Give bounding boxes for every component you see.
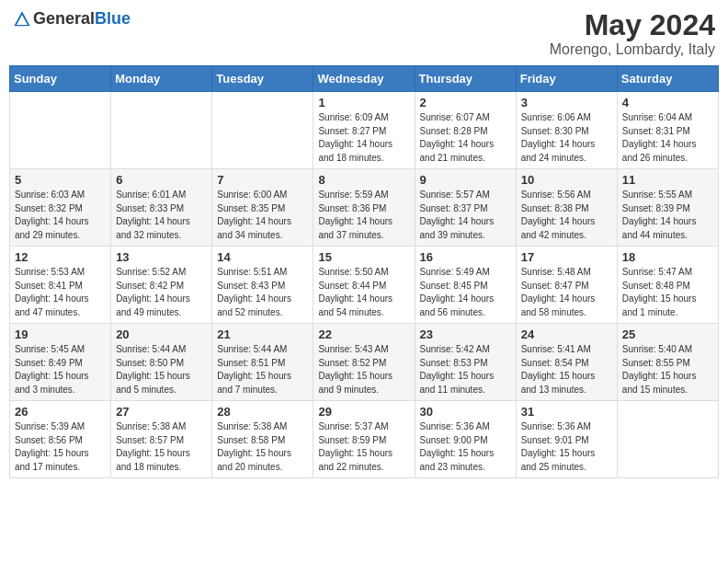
day-number: 16 [420, 250, 511, 264]
day-info: Sunrise: 5:53 AM Sunset: 8:41 PM Dayligh… [15, 266, 106, 319]
calendar-cell [10, 92, 111, 169]
day-info: Sunrise: 6:03 AM Sunset: 8:32 PM Dayligh… [15, 189, 106, 242]
month-title: May 2024 [550, 9, 715, 41]
calendar-cell: 24Sunrise: 5:41 AM Sunset: 8:54 PM Dayli… [516, 324, 617, 401]
day-info: Sunrise: 5:40 AM Sunset: 8:55 PM Dayligh… [622, 343, 713, 396]
day-info: Sunrise: 6:06 AM Sunset: 8:30 PM Dayligh… [521, 111, 612, 165]
day-number: 18 [622, 250, 713, 264]
calendar-cell: 1Sunrise: 6:09 AM Sunset: 8:27 PM Daylig… [313, 92, 415, 169]
day-info: Sunrise: 5:48 AM Sunset: 8:47 PM Dayligh… [521, 266, 612, 319]
day-number: 9 [420, 173, 511, 187]
day-info: Sunrise: 6:04 AM Sunset: 8:31 PM Dayligh… [622, 111, 713, 165]
calendar-cell: 20Sunrise: 5:44 AM Sunset: 8:50 PM Dayli… [111, 324, 212, 401]
day-number: 4 [622, 96, 713, 109]
day-number: 14 [217, 250, 308, 264]
calendar-cell: 23Sunrise: 5:42 AM Sunset: 8:53 PM Dayli… [415, 324, 516, 401]
calendar-cell: 3Sunrise: 6:06 AM Sunset: 8:30 PM Daylig… [516, 92, 617, 169]
day-number: 27 [116, 405, 207, 419]
day-number: 22 [318, 327, 409, 341]
calendar-cell [212, 92, 313, 169]
calendar-cell: 5Sunrise: 6:03 AM Sunset: 8:32 PM Daylig… [10, 169, 111, 247]
calendar-cell: 30Sunrise: 5:36 AM Sunset: 9:00 PM Dayli… [415, 401, 516, 478]
day-number: 8 [318, 173, 409, 187]
day-info: Sunrise: 5:55 AM Sunset: 8:39 PM Dayligh… [622, 189, 713, 242]
day-number: 28 [217, 405, 308, 419]
day-info: Sunrise: 5:38 AM Sunset: 8:57 PM Dayligh… [116, 420, 207, 474]
day-number: 6 [116, 173, 207, 187]
calendar-cell: 7Sunrise: 6:00 AM Sunset: 8:35 PM Daylig… [212, 169, 313, 247]
calendar-cell: 2Sunrise: 6:07 AM Sunset: 8:28 PM Daylig… [415, 92, 516, 169]
day-number: 13 [116, 250, 207, 264]
day-info: Sunrise: 5:45 AM Sunset: 8:49 PM Dayligh… [15, 343, 106, 396]
day-info: Sunrise: 5:47 AM Sunset: 8:48 PM Dayligh… [622, 266, 713, 319]
day-header-tuesday: Tuesday [212, 66, 313, 92]
day-number: 30 [420, 405, 511, 419]
day-info: Sunrise: 5:41 AM Sunset: 8:54 PM Dayligh… [521, 343, 612, 396]
day-info: Sunrise: 5:42 AM Sunset: 8:53 PM Dayligh… [420, 343, 511, 396]
calendar-cell: 13Sunrise: 5:52 AM Sunset: 8:42 PM Dayli… [111, 247, 212, 324]
day-info: Sunrise: 5:39 AM Sunset: 8:56 PM Dayligh… [15, 420, 106, 474]
day-number: 5 [15, 173, 106, 187]
day-info: Sunrise: 6:07 AM Sunset: 8:28 PM Dayligh… [420, 111, 511, 165]
logo-text-general: General [33, 9, 95, 28]
logo: GeneralBlue [13, 9, 131, 29]
calendar-week-row: 5Sunrise: 6:03 AM Sunset: 8:32 PM Daylig… [10, 169, 719, 247]
calendar-week-row: 19Sunrise: 5:45 AM Sunset: 8:49 PM Dayli… [10, 324, 719, 401]
day-number: 12 [15, 250, 106, 264]
calendar-cell: 11Sunrise: 5:55 AM Sunset: 8:39 PM Dayli… [617, 169, 718, 247]
day-number: 23 [420, 327, 511, 341]
day-info: Sunrise: 5:36 AM Sunset: 9:00 PM Dayligh… [420, 420, 511, 474]
day-info: Sunrise: 5:52 AM Sunset: 8:42 PM Dayligh… [116, 266, 207, 319]
calendar-cell: 29Sunrise: 5:37 AM Sunset: 8:59 PM Dayli… [313, 401, 415, 478]
day-number: 19 [15, 327, 106, 341]
day-number: 24 [521, 327, 612, 341]
title-section: May 2024 Morengo, Lombardy, Italy [550, 9, 715, 58]
day-number: 11 [622, 173, 713, 187]
day-number: 2 [420, 96, 511, 109]
day-info: Sunrise: 5:44 AM Sunset: 8:50 PM Dayligh… [116, 343, 207, 396]
day-info: Sunrise: 5:44 AM Sunset: 8:51 PM Dayligh… [217, 343, 308, 396]
day-info: Sunrise: 5:51 AM Sunset: 8:43 PM Dayligh… [217, 266, 308, 319]
day-info: Sunrise: 6:01 AM Sunset: 8:33 PM Dayligh… [116, 189, 207, 242]
day-info: Sunrise: 5:38 AM Sunset: 8:58 PM Dayligh… [217, 420, 308, 474]
page-header: GeneralBlue May 2024 Morengo, Lombardy, … [9, 9, 719, 58]
day-header-sunday: Sunday [10, 66, 111, 92]
day-number: 17 [521, 250, 612, 264]
calendar-cell: 28Sunrise: 5:38 AM Sunset: 8:58 PM Dayli… [212, 401, 313, 478]
calendar-cell: 8Sunrise: 5:59 AM Sunset: 8:36 PM Daylig… [313, 169, 415, 247]
day-info: Sunrise: 5:59 AM Sunset: 8:36 PM Dayligh… [318, 189, 409, 242]
calendar-cell: 26Sunrise: 5:39 AM Sunset: 8:56 PM Dayli… [10, 401, 111, 478]
location-title: Morengo, Lombardy, Italy [550, 41, 715, 58]
calendar-cell: 14Sunrise: 5:51 AM Sunset: 8:43 PM Dayli… [212, 247, 313, 324]
day-number: 26 [15, 405, 106, 419]
day-info: Sunrise: 6:00 AM Sunset: 8:35 PM Dayligh… [217, 189, 308, 242]
day-info: Sunrise: 5:49 AM Sunset: 8:45 PM Dayligh… [420, 266, 511, 319]
day-info: Sunrise: 5:57 AM Sunset: 8:37 PM Dayligh… [420, 189, 511, 242]
calendar-week-row: 12Sunrise: 5:53 AM Sunset: 8:41 PM Dayli… [10, 247, 719, 324]
calendar-cell [617, 401, 718, 478]
calendar-cell: 4Sunrise: 6:04 AM Sunset: 8:31 PM Daylig… [617, 92, 718, 169]
calendar-cell: 22Sunrise: 5:43 AM Sunset: 8:52 PM Dayli… [313, 324, 415, 401]
logo-text-blue: Blue [95, 9, 131, 28]
calendar-cell: 6Sunrise: 6:01 AM Sunset: 8:33 PM Daylig… [111, 169, 212, 247]
calendar-cell: 9Sunrise: 5:57 AM Sunset: 8:37 PM Daylig… [415, 169, 516, 247]
calendar-cell: 31Sunrise: 5:36 AM Sunset: 9:01 PM Dayli… [516, 401, 617, 478]
calendar-cell [111, 92, 212, 169]
day-info: Sunrise: 6:09 AM Sunset: 8:27 PM Dayligh… [318, 111, 409, 165]
day-number: 3 [521, 96, 612, 109]
day-number: 29 [318, 405, 409, 419]
day-info: Sunrise: 5:37 AM Sunset: 8:59 PM Dayligh… [318, 420, 409, 474]
day-header-saturday: Saturday [617, 66, 718, 92]
calendar-cell: 27Sunrise: 5:38 AM Sunset: 8:57 PM Dayli… [111, 401, 212, 478]
calendar-cell: 17Sunrise: 5:48 AM Sunset: 8:47 PM Dayli… [516, 247, 617, 324]
day-header-wednesday: Wednesday [313, 66, 415, 92]
calendar-cell: 10Sunrise: 5:56 AM Sunset: 8:38 PM Dayli… [516, 169, 617, 247]
day-number: 15 [318, 250, 409, 264]
logo-icon [13, 10, 31, 29]
day-info: Sunrise: 5:50 AM Sunset: 8:44 PM Dayligh… [318, 266, 409, 319]
calendar-cell: 18Sunrise: 5:47 AM Sunset: 8:48 PM Dayli… [617, 247, 718, 324]
calendar-cell: 16Sunrise: 5:49 AM Sunset: 8:45 PM Dayli… [415, 247, 516, 324]
day-info: Sunrise: 5:56 AM Sunset: 8:38 PM Dayligh… [521, 189, 612, 242]
day-header-friday: Friday [516, 66, 617, 92]
calendar-cell: 25Sunrise: 5:40 AM Sunset: 8:55 PM Dayli… [617, 324, 718, 401]
